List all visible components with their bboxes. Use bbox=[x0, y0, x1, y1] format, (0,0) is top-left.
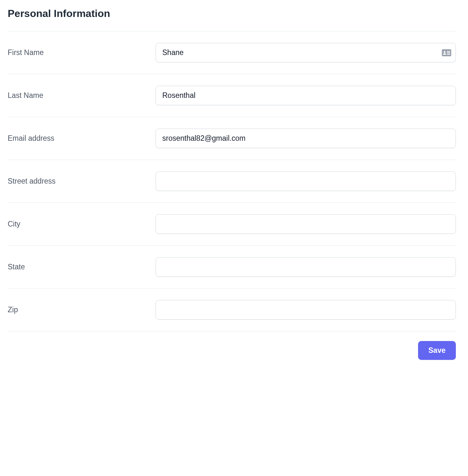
street-input-wrap bbox=[156, 171, 456, 191]
save-button[interactable]: Save bbox=[418, 341, 456, 360]
email-input-wrap bbox=[156, 129, 456, 148]
state-input-wrap bbox=[156, 257, 456, 277]
field-row-first-name: First Name bbox=[8, 31, 456, 74]
first-name-label: First Name bbox=[8, 48, 156, 57]
street-input[interactable] bbox=[156, 171, 456, 191]
svg-rect-2 bbox=[447, 51, 450, 52]
street-label: Street address bbox=[8, 177, 156, 186]
state-label: State bbox=[8, 263, 156, 271]
id-card-icon bbox=[442, 49, 451, 57]
last-name-input[interactable] bbox=[156, 86, 456, 105]
first-name-input-wrap bbox=[156, 43, 456, 62]
svg-rect-3 bbox=[447, 52, 450, 53]
first-name-input[interactable] bbox=[156, 43, 456, 62]
field-row-city: City bbox=[8, 202, 456, 245]
field-row-email: Email address bbox=[8, 117, 456, 160]
city-label: City bbox=[8, 220, 156, 228]
city-input[interactable] bbox=[156, 214, 456, 234]
personal-info-form: Personal Information First Name Last Nam… bbox=[8, 8, 456, 360]
field-row-state: State bbox=[8, 245, 456, 288]
city-input-wrap bbox=[156, 214, 456, 234]
state-input[interactable] bbox=[156, 257, 456, 277]
email-label: Email address bbox=[8, 134, 156, 143]
svg-point-1 bbox=[444, 51, 446, 53]
zip-input[interactable] bbox=[156, 300, 456, 320]
svg-rect-4 bbox=[447, 54, 450, 54]
zip-input-wrap bbox=[156, 300, 456, 320]
last-name-label: Last Name bbox=[8, 91, 156, 100]
field-row-zip: Zip bbox=[8, 288, 456, 331]
form-actions: Save bbox=[8, 331, 456, 360]
field-row-street: Street address bbox=[8, 160, 456, 202]
field-row-last-name: Last Name bbox=[8, 74, 456, 117]
zip-label: Zip bbox=[8, 305, 156, 314]
last-name-input-wrap bbox=[156, 86, 456, 105]
section-heading: Personal Information bbox=[8, 8, 456, 20]
email-input[interactable] bbox=[156, 129, 456, 148]
